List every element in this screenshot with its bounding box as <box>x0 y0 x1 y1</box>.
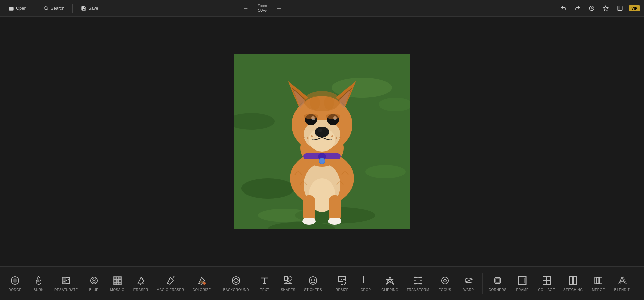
tool-desaturate[interactable]: DESATURATE <box>50 272 82 294</box>
tool-stickers[interactable]: STICKERS <box>300 272 326 294</box>
corners-label: CORNERS <box>489 288 507 292</box>
vip-badge[interactable]: VIP <box>629 5 640 11</box>
topbar-right: VIP <box>558 3 640 14</box>
topbar-separator-1 <box>35 4 35 13</box>
frame-icon <box>517 275 528 286</box>
svg-point-91 <box>309 277 317 284</box>
save-button[interactable]: Save <box>76 4 103 13</box>
magic-eraser-label: MAGIC ERASER <box>157 288 184 292</box>
tool-eraser[interactable]: ERASER <box>129 272 153 294</box>
svg-point-45 <box>331 135 333 137</box>
tool-dodge[interactable]: DODGE <box>3 272 27 294</box>
zoom-display: Zoom 50% <box>252 4 272 13</box>
dodge-label: DODGE <box>8 288 21 292</box>
svg-point-46 <box>336 137 337 139</box>
image-container <box>234 54 410 229</box>
svg-point-79 <box>203 282 206 285</box>
desaturate-icon <box>61 275 71 286</box>
svg-point-81 <box>234 278 238 283</box>
svg-point-2 <box>44 6 47 9</box>
tool-focus[interactable]: FOCUS <box>433 272 457 294</box>
tool-mosaic[interactable]: MOSAIC <box>106 272 129 294</box>
tool-transform[interactable]: TRANSFORM <box>402 272 433 294</box>
dodge-icon <box>10 275 20 286</box>
tool-magic-eraser[interactable]: MAGIC ERASER <box>153 272 189 294</box>
tool-corners[interactable]: CORNERS <box>485 272 511 294</box>
undo-icon <box>560 5 567 11</box>
svg-point-42 <box>311 135 313 137</box>
svg-rect-127 <box>547 281 550 284</box>
compare-icon <box>617 5 623 11</box>
tool-collage[interactable]: COLLAGE <box>534 272 559 294</box>
crop-label: CROP <box>361 288 371 292</box>
tool-shapes[interactable]: SHAPES <box>276 272 300 294</box>
tool-warp[interactable]: WARP <box>457 272 480 294</box>
svg-rect-128 <box>569 277 573 284</box>
tool-resize[interactable]: RESIZE <box>330 272 354 294</box>
svg-rect-27 <box>303 218 315 223</box>
svg-point-43 <box>307 137 309 139</box>
blur-label: BLUR <box>89 288 99 292</box>
tool-clipping[interactable]: CLIPPING <box>377 272 402 294</box>
stitching-icon <box>568 275 578 286</box>
tool-blur[interactable]: BLUR <box>82 272 106 294</box>
svg-point-109 <box>417 283 419 284</box>
zoom-out-button[interactable] <box>241 4 250 13</box>
bottom-toolbar: DODGE BURN DESATURATE <box>0 266 644 300</box>
svg-rect-6 <box>279 6 279 10</box>
stickers-icon <box>308 275 318 286</box>
tool-colorize[interactable]: COLORIZE <box>188 272 215 294</box>
svg-point-92 <box>311 279 312 281</box>
tool-crop[interactable]: CROP <box>354 272 377 294</box>
transform-icon <box>413 275 423 286</box>
resize-label: RESIZE <box>336 288 349 292</box>
separator-2 <box>328 273 328 294</box>
redo-button[interactable] <box>572 3 583 14</box>
warp-label: WARP <box>463 288 474 292</box>
search-icon <box>43 6 49 11</box>
tool-burn[interactable]: BURN <box>27 272 50 294</box>
open-button[interactable]: Open <box>4 4 32 13</box>
svg-rect-65 <box>116 277 119 279</box>
colorize-icon <box>196 275 207 286</box>
svg-rect-125 <box>547 277 550 280</box>
topbar-separator-2 <box>72 4 73 13</box>
svg-rect-129 <box>573 277 577 284</box>
history-button[interactable] <box>586 3 597 14</box>
svg-point-44 <box>303 137 305 138</box>
stitching-label: STITCHING <box>563 288 583 292</box>
clipping-label: CLIPPING <box>381 288 398 292</box>
undo-button[interactable] <box>558 3 569 14</box>
eraser-label: ERASER <box>133 288 148 292</box>
text-icon <box>259 275 270 286</box>
tool-blendit[interactable]: BLENDIT <box>610 272 634 294</box>
svg-point-107 <box>420 283 422 285</box>
tool-frame[interactable]: FRAME <box>511 272 534 294</box>
search-button[interactable]: Search <box>39 4 69 13</box>
tool-stitching[interactable]: STITCHING <box>559 272 587 294</box>
tool-background[interactable]: BACKGROUND <box>219 272 253 294</box>
svg-point-113 <box>444 279 446 282</box>
compare-button[interactable] <box>614 3 625 14</box>
bookmark-button[interactable] <box>600 3 611 14</box>
clipping-icon <box>385 275 395 286</box>
svg-rect-66 <box>119 277 121 279</box>
crop-icon <box>360 275 371 286</box>
svg-point-51 <box>319 158 325 164</box>
tool-text[interactable]: TEXT <box>253 272 276 294</box>
shapes-icon <box>283 275 293 286</box>
bookmark-icon <box>603 5 609 11</box>
svg-rect-103 <box>415 277 421 284</box>
svg-point-78 <box>173 276 174 278</box>
blendit-icon <box>616 275 627 286</box>
focus-icon <box>440 275 450 286</box>
save-icon <box>81 6 86 11</box>
search-label: Search <box>51 6 64 11</box>
zoom-in-button[interactable] <box>274 4 284 13</box>
tool-merge[interactable]: MERGE <box>587 272 610 294</box>
svg-point-47 <box>339 137 341 138</box>
svg-point-54 <box>324 96 334 110</box>
dog-image <box>234 54 410 229</box>
topbar: Open Search Save Zoom 50% <box>0 0 644 17</box>
desaturate-label: DESATURATE <box>54 288 78 292</box>
